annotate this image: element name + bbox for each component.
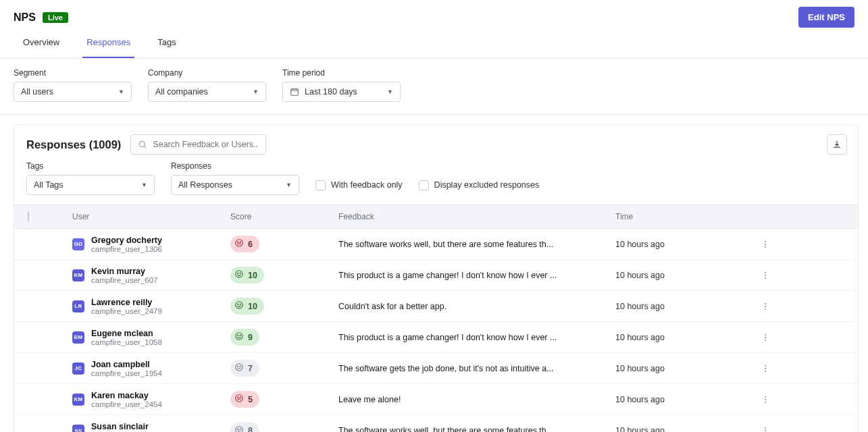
- score-cell: 5: [230, 391, 338, 408]
- segment-select[interactable]: All users ▼: [14, 82, 132, 102]
- avatar: KM: [72, 394, 84, 406]
- score-cell: 8: [230, 423, 338, 433]
- face-icon: [234, 300, 244, 312]
- tab-responses[interactable]: Responses: [82, 37, 134, 58]
- svg-point-42: [765, 430, 766, 431]
- row-more-button[interactable]: [757, 423, 773, 432]
- row-more-button[interactable]: [757, 329, 773, 346]
- responses-select[interactable]: All Responses ▼: [171, 175, 299, 195]
- row-more-button[interactable]: [757, 236, 773, 252]
- svg-point-29: [765, 364, 766, 366]
- svg-point-40: [240, 429, 240, 429]
- svg-point-1: [140, 141, 145, 146]
- row-more-button[interactable]: [757, 392, 773, 408]
- download-icon: [832, 140, 842, 149]
- user-cell: LRLawrence reillycampfire_user_2479: [55, 298, 230, 315]
- face-icon: [234, 331, 244, 343]
- svg-point-34: [240, 397, 240, 398]
- user-cell: KMKaren mackaycampfire_user_2454: [55, 391, 230, 408]
- chevron-down-icon: ▼: [286, 182, 292, 188]
- user-handle: campfire_user_1058: [91, 338, 162, 346]
- calendar-icon: [290, 87, 299, 97]
- avatar: GD: [72, 238, 84, 250]
- more-vertical-icon: [761, 271, 770, 280]
- score-pill: 9: [230, 329, 259, 346]
- with-feedback-label: With feedback only: [331, 180, 403, 190]
- row-more-button[interactable]: [757, 267, 773, 284]
- responses-select-value: All Responses: [178, 180, 232, 190]
- responses-filter-group: Responses All Responses ▼: [171, 161, 299, 195]
- download-button[interactable]: [827, 134, 847, 155]
- table-row[interactable]: SSSusan sinclaircampfire_user_21758The s…: [14, 415, 858, 432]
- time-text: 10 hours ago: [615, 364, 757, 373]
- face-icon: [234, 425, 244, 433]
- score-value: 10: [248, 271, 257, 280]
- period-select[interactable]: Last 180 days ▼: [282, 82, 401, 102]
- avatar: LR: [72, 300, 84, 313]
- chevron-down-icon: ▼: [387, 88, 393, 95]
- tags-select-value: All Tags: [34, 180, 63, 190]
- user-cell: GDGregory dochertycampfire_user_1306: [55, 236, 230, 253]
- svg-rect-0: [291, 89, 299, 95]
- score-pill: 6: [230, 236, 259, 252]
- svg-point-10: [240, 273, 240, 273]
- svg-point-30: [765, 368, 766, 369]
- time-text: 10 hours ago: [615, 271, 757, 280]
- search-input-wrap[interactable]: [130, 134, 266, 155]
- edit-nps-button[interactable]: Edit NPS: [798, 7, 854, 28]
- svg-point-28: [240, 366, 240, 367]
- excluded-checkbox[interactable]: [419, 180, 429, 190]
- tags-select[interactable]: All Tags ▼: [26, 175, 155, 195]
- score-cell: 10: [230, 298, 338, 315]
- segment-filter-group: Segment All users ▼: [14, 68, 132, 102]
- svg-point-36: [765, 399, 766, 400]
- tab-overview[interactable]: Overview: [19, 37, 63, 58]
- panel-title-count: 1009: [93, 138, 118, 151]
- score-pill: 8: [230, 423, 259, 433]
- select-all-checkbox[interactable]: [28, 211, 29, 222]
- chevron-down-icon: ▼: [141, 182, 147, 188]
- time-text: 10 hours ago: [615, 240, 757, 249]
- user-name: Kevin murray: [91, 267, 157, 276]
- user-cell: KMKevin murraycampfire_user_607: [55, 267, 230, 284]
- page-header: NPS Live Edit NPS: [0, 0, 868, 28]
- table-row[interactable]: LRLawrence reillycampfire_user_247910Cou…: [14, 291, 858, 322]
- feedback-text: This product is a game changer! I don't …: [338, 333, 609, 342]
- more-vertical-icon: [761, 395, 770, 404]
- table-row[interactable]: EMEugene mcleancampfire_user_10589This p…: [14, 322, 858, 353]
- svg-point-17: [765, 302, 766, 304]
- table-row[interactable]: JCJoan campbellcampfire_user_19547The so…: [14, 353, 858, 384]
- table-row[interactable]: KMKevin murraycampfire_user_60710This pr…: [14, 260, 858, 291]
- svg-point-26: [236, 364, 243, 371]
- svg-point-39: [238, 429, 238, 429]
- user-name: Joan campbell: [91, 360, 162, 369]
- svg-point-15: [238, 304, 238, 304]
- select-all-cell: [14, 212, 55, 221]
- svg-point-13: [765, 277, 766, 279]
- tab-tags[interactable]: Tags: [153, 37, 180, 58]
- top-filters: Segment All users ▼ Company All companie…: [0, 59, 868, 115]
- search-input[interactable]: [153, 140, 259, 149]
- svg-point-4: [240, 242, 240, 242]
- face-icon: [234, 394, 244, 405]
- table-row[interactable]: KMKaren mackaycampfire_user_24545Leave m…: [14, 384, 858, 415]
- score-cell: 10: [230, 267, 338, 284]
- row-more-button[interactable]: [757, 360, 773, 377]
- feedback-text: This product is a game changer! I don't …: [338, 271, 609, 280]
- svg-point-5: [765, 240, 766, 242]
- table-row[interactable]: GDGregory dochertycampfire_user_13066The…: [14, 229, 858, 260]
- svg-point-16: [240, 304, 240, 304]
- panel-head: Responses (1009): [14, 125, 858, 161]
- svg-point-37: [765, 402, 766, 403]
- feedback-text: The software gets the job done, but it's…: [338, 364, 609, 373]
- company-select[interactable]: All companies ▼: [148, 82, 266, 102]
- row-more-button[interactable]: [757, 298, 773, 315]
- avatar: SS: [72, 425, 84, 432]
- table-body: GDGregory dochertycampfire_user_13066The…: [14, 229, 858, 432]
- score-pill: 10: [230, 267, 264, 284]
- responses-filter-label: Responses: [171, 161, 299, 171]
- avatar: EM: [72, 331, 84, 344]
- user-cell: EMEugene mcleancampfire_user_1058: [55, 329, 230, 346]
- tags-filter-group: Tags All Tags ▼: [26, 161, 155, 195]
- with-feedback-checkbox[interactable]: [315, 180, 326, 190]
